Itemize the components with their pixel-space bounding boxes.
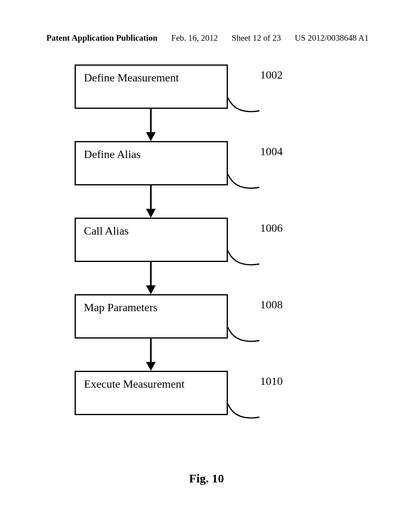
publication-type: Patent Application Publication: [46, 33, 157, 43]
flowchart-step: Map Parameters 1008: [75, 294, 357, 339]
page-header: Patent Application Publication Feb. 16, …: [0, 33, 413, 43]
reference-connector: [227, 250, 275, 270]
publication-date: Feb. 16, 2012: [171, 33, 218, 43]
flowchart-box: Call Alias: [75, 218, 228, 262]
flowchart-step-label: Execute Measurement: [84, 378, 185, 390]
arrow-head-icon: [146, 132, 156, 141]
flowchart-step: Define Alias 1004: [75, 141, 357, 185]
flowchart-step-label: Define Alias: [84, 148, 141, 160]
reference-number: 1006: [260, 222, 283, 235]
reference-connector: [227, 97, 275, 117]
publication-number: US 2012/0038648 A1: [295, 33, 369, 43]
flowchart: Define Measurement 1002 Define Alias 100…: [75, 64, 357, 415]
arrow-line: [150, 109, 152, 134]
arrow-line: [150, 185, 152, 210]
flowchart-step-label: Map Parameters: [84, 301, 158, 314]
flowchart-arrow: [75, 109, 228, 141]
reference-number: 1002: [260, 69, 283, 81]
reference-number: 1010: [260, 375, 283, 388]
flowchart-box: Map Parameters: [75, 294, 228, 339]
flowchart-arrow: [75, 262, 228, 294]
reference-connector: [227, 326, 275, 347]
arrow-head-icon: [146, 285, 156, 294]
flowchart-box: Define Measurement: [75, 64, 228, 109]
arrow-line: [150, 339, 152, 364]
flowchart-box: Execute Measurement: [75, 371, 228, 415]
flowchart-arrow: [75, 339, 228, 371]
flowchart-arrow: [75, 185, 228, 218]
reference-number: 1004: [260, 145, 283, 158]
flowchart-step-label: Call Alias: [84, 224, 129, 237]
reference-connector: [227, 173, 275, 193]
figure-caption: Fig. 10: [0, 472, 413, 485]
arrow-line: [150, 262, 152, 287]
flowchart-box: Define Alias: [75, 141, 228, 185]
arrow-head-icon: [146, 362, 156, 371]
sheet-number: Sheet 12 of 23: [232, 33, 281, 43]
reference-connector: [227, 403, 275, 423]
arrow-head-icon: [146, 209, 156, 218]
flowchart-step: Call Alias 1006: [75, 218, 357, 262]
flowchart-step: Define Measurement 1002: [75, 64, 357, 109]
reference-number: 1008: [260, 298, 283, 311]
flowchart-step: Execute Measurement 1010: [75, 371, 357, 415]
flowchart-step-label: Define Measurement: [84, 71, 179, 84]
